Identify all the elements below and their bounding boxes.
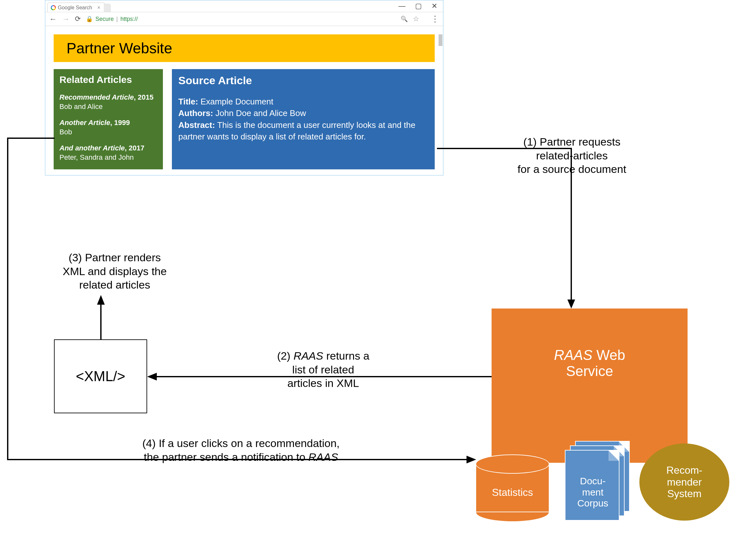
- tab-close-icon[interactable]: ×: [97, 5, 100, 11]
- related-heading: Related Articles: [59, 74, 157, 85]
- recommender-system-ellipse: Recom- mender System: [639, 443, 729, 521]
- source-heading: Source Article: [178, 74, 428, 87]
- browser-titlebar: Google Search × — ▢ ✕: [45, 0, 443, 12]
- related-article-item[interactable]: Another Article, 1999 Bob: [59, 118, 157, 137]
- document-corpus-icon: Docu- ment Corpus: [565, 441, 632, 521]
- back-icon[interactable]: ←: [49, 14, 57, 24]
- url-scheme: https://: [121, 16, 138, 23]
- browser-toolbar: ← → ⟳ 🔒 Secure | https:// 🔍 ☆ ⋮: [45, 12, 443, 26]
- minimize-icon[interactable]: —: [398, 2, 405, 10]
- close-window-icon[interactable]: ✕: [432, 2, 437, 10]
- arrow-4: [0, 138, 479, 479]
- statistics-cylinder-icon: Statistics: [476, 455, 549, 519]
- scrollbar-thumb[interactable]: [439, 34, 442, 46]
- tab-title: Google Search: [58, 5, 92, 11]
- tab-strip: Google Search ×: [45, 0, 111, 12]
- bookmark-star-icon[interactable]: ☆: [413, 15, 419, 23]
- forward-icon[interactable]: →: [62, 14, 70, 24]
- reload-icon[interactable]: ⟳: [75, 15, 81, 23]
- new-tab-button[interactable]: [104, 4, 111, 12]
- lock-icon: 🔒: [86, 15, 93, 23]
- partner-website-header: Partner Website: [54, 34, 435, 62]
- google-icon: [51, 5, 56, 10]
- window-controls: — ▢ ✕: [398, 2, 441, 10]
- secure-label: Secure: [95, 16, 114, 23]
- browser-tab[interactable]: Google Search ×: [47, 3, 105, 12]
- source-body: Title: Example Document Authors: John Do…: [178, 96, 428, 143]
- page-search-icon[interactable]: 🔍: [401, 15, 408, 23]
- menu-icon[interactable]: ⋮: [431, 14, 439, 24]
- svg-marker-0: [567, 300, 575, 308]
- related-article-item[interactable]: Recommended Article, 2015 Bob and Alice: [59, 93, 157, 111]
- address-bar[interactable]: 🔒 Secure | https://: [86, 15, 396, 23]
- raas-web-service-box: RAAS Web Service: [492, 308, 687, 463]
- svg-marker-6: [466, 456, 476, 463]
- maximize-icon[interactable]: ▢: [415, 2, 422, 10]
